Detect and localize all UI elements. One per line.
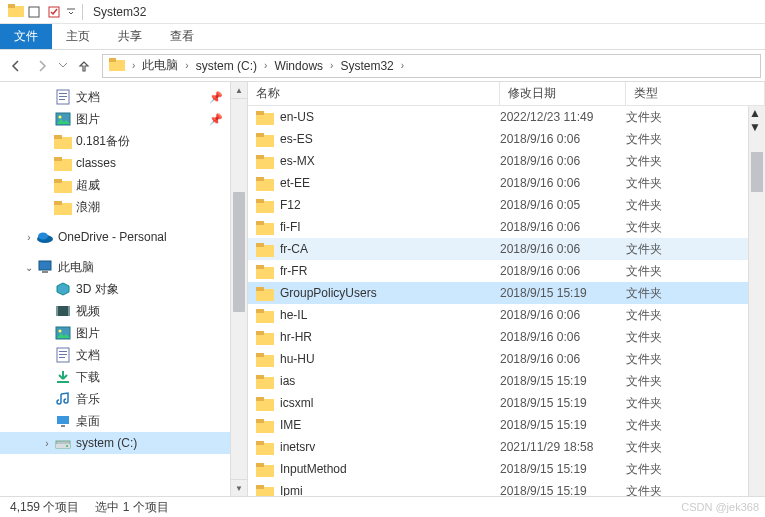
tree-item[interactable]: 3D 对象 (0, 278, 247, 300)
nav-recent-dropdown[interactable] (56, 54, 70, 78)
tree-item[interactable]: 文档📌 (0, 86, 247, 108)
file-date: 2018/9/15 15:19 (500, 418, 626, 432)
tree-item[interactable]: classes (0, 152, 247, 174)
qat-dropdown-button[interactable] (64, 3, 78, 21)
tree-item[interactable]: ⌄此电脑 (0, 256, 247, 278)
tree-item-label: 文档 (76, 347, 100, 364)
tree-item[interactable]: 视频 (0, 300, 247, 322)
tree-item[interactable]: 文档 (0, 344, 247, 366)
file-date: 2018/9/16 0:05 (500, 198, 626, 212)
tree-item[interactable]: 图片 (0, 322, 247, 344)
tree-item[interactable]: 浪潮 (0, 196, 247, 218)
bc-sep-icon[interactable]: › (129, 60, 138, 71)
file-row[interactable]: InputMethod2018/9/15 15:19文件夹 (248, 458, 765, 480)
file-type: 文件夹 (626, 197, 765, 214)
nav-back-button[interactable] (4, 54, 28, 78)
svg-rect-56 (256, 287, 264, 291)
qat-properties-button[interactable] (24, 3, 44, 21)
tree-toggle-icon[interactable]: ⌄ (22, 262, 36, 273)
column-name[interactable]: 名称 (248, 82, 500, 105)
folder-icon (256, 153, 274, 169)
music-icon (54, 390, 72, 408)
nav-up-button[interactable] (72, 54, 96, 78)
breadcrumb[interactable]: › 此电脑 › system (C:) › Windows › System32… (102, 54, 761, 78)
folder-icon (256, 439, 274, 455)
doc-icon (54, 88, 72, 106)
scroll-up-icon[interactable]: ▲ (749, 106, 765, 120)
column-type[interactable]: 类型 (626, 82, 765, 105)
file-row[interactable]: ias2018/9/15 15:19文件夹 (248, 370, 765, 392)
nav-forward-button[interactable] (30, 54, 54, 78)
breadcrumb-item-pc[interactable]: 此电脑 (138, 55, 182, 77)
tree-item[interactable]: 桌面 (0, 410, 247, 432)
file-row[interactable]: et-EE2018/9/16 0:06文件夹 (248, 172, 765, 194)
file-rows: en-US2022/12/23 11:49文件夹es-ES2018/9/16 0… (248, 106, 765, 496)
file-row[interactable]: es-MX2018/9/16 0:06文件夹 (248, 150, 765, 172)
tree-item-label: 下载 (76, 369, 100, 386)
file-date: 2022/12/23 11:49 (500, 110, 626, 124)
file-row[interactable]: Ipmi2018/9/15 15:19文件夹 (248, 480, 765, 496)
scroll-thumb[interactable] (233, 192, 245, 312)
scroll-up-icon[interactable]: ▲ (231, 82, 247, 99)
sidebar-scrollbar[interactable]: ▲▼ (230, 82, 247, 496)
ribbon-tab-share[interactable]: 共享 (104, 24, 156, 49)
tree-item[interactable]: 超威 (0, 174, 247, 196)
ribbon-tab-view[interactable]: 查看 (156, 24, 208, 49)
file-row[interactable]: es-ES2018/9/16 0:06文件夹 (248, 128, 765, 150)
svg-rect-60 (256, 331, 264, 335)
file-date: 2018/9/16 0:06 (500, 154, 626, 168)
tree-item[interactable]: 音乐 (0, 388, 247, 410)
folder-icon (256, 197, 274, 213)
file-row[interactable]: hu-HU2018/9/16 0:06文件夹 (248, 348, 765, 370)
tree-item-label: 3D 对象 (76, 281, 119, 298)
tree-item[interactable]: ›system (C:) (0, 432, 247, 454)
file-row[interactable]: inetsrv2021/11/29 18:58文件夹 (248, 436, 765, 458)
tree-item[interactable]: 下载 (0, 366, 247, 388)
sidebar-tree: 文档📌图片📌0.181备份classes超威浪潮›OneDrive - Pers… (0, 82, 248, 496)
column-date[interactable]: 修改日期 (500, 82, 626, 105)
tree-item[interactable]: ›OneDrive - Personal (0, 226, 247, 248)
tree-item[interactable]: 图片📌 (0, 108, 247, 130)
bc-sep-icon[interactable]: › (261, 60, 270, 71)
file-row[interactable]: icsxml2018/9/15 15:19文件夹 (248, 392, 765, 414)
bc-sep-icon[interactable]: › (398, 60, 407, 71)
file-row[interactable]: IME2018/9/15 15:19文件夹 (248, 414, 765, 436)
breadcrumb-folder-icon (109, 57, 125, 74)
file-row[interactable]: fi-FI2018/9/16 0:06文件夹 (248, 216, 765, 238)
folder-icon (256, 175, 274, 191)
file-row[interactable]: F122018/9/16 0:05文件夹 (248, 194, 765, 216)
folder-icon (256, 219, 274, 235)
file-name: he-IL (280, 308, 307, 322)
file-date: 2018/9/15 15:19 (500, 484, 626, 496)
file-name: GroupPolicyUsers (280, 286, 377, 300)
ribbon-tab-file[interactable]: 文件 (0, 24, 52, 49)
pic-icon (54, 324, 72, 342)
breadcrumb-item-system32[interactable]: System32 (336, 55, 397, 77)
file-name: hr-HR (280, 330, 312, 344)
bc-sep-icon[interactable]: › (327, 60, 336, 71)
qat-checkbox-button[interactable] (44, 3, 64, 21)
file-row[interactable]: he-IL2018/9/16 0:06文件夹 (248, 304, 765, 326)
breadcrumb-item-drive[interactable]: system (C:) (192, 55, 261, 77)
svg-rect-19 (54, 201, 62, 205)
svg-rect-31 (59, 354, 67, 355)
tree-toggle-icon[interactable]: › (40, 438, 54, 449)
file-row[interactable]: hr-HR2018/9/16 0:06文件夹 (248, 326, 765, 348)
main-scrollbar[interactable]: ▲ ▼ (748, 106, 765, 496)
file-row[interactable]: fr-CA2018/9/16 0:06文件夹 (248, 238, 765, 260)
folder-icon (256, 109, 274, 125)
status-count: 4,159 个项目 (10, 499, 79, 516)
tree-toggle-icon[interactable]: › (22, 232, 36, 243)
scroll-down-icon[interactable]: ▼ (749, 120, 765, 134)
ribbon-tab-home[interactable]: 主页 (52, 24, 104, 49)
file-row[interactable]: GroupPolicyUsers2018/9/15 15:19文件夹 (248, 282, 765, 304)
scroll-down-icon[interactable]: ▼ (231, 479, 247, 496)
3d-icon (54, 280, 72, 298)
svg-point-21 (38, 233, 48, 240)
breadcrumb-item-windows[interactable]: Windows (270, 55, 327, 77)
file-row[interactable]: fr-FR2018/9/16 0:06文件夹 (248, 260, 765, 282)
bc-sep-icon[interactable]: › (182, 60, 191, 71)
file-row[interactable]: en-US2022/12/23 11:49文件夹 (248, 106, 765, 128)
tree-item[interactable]: 0.181备份 (0, 130, 247, 152)
scroll-thumb[interactable] (751, 152, 763, 192)
